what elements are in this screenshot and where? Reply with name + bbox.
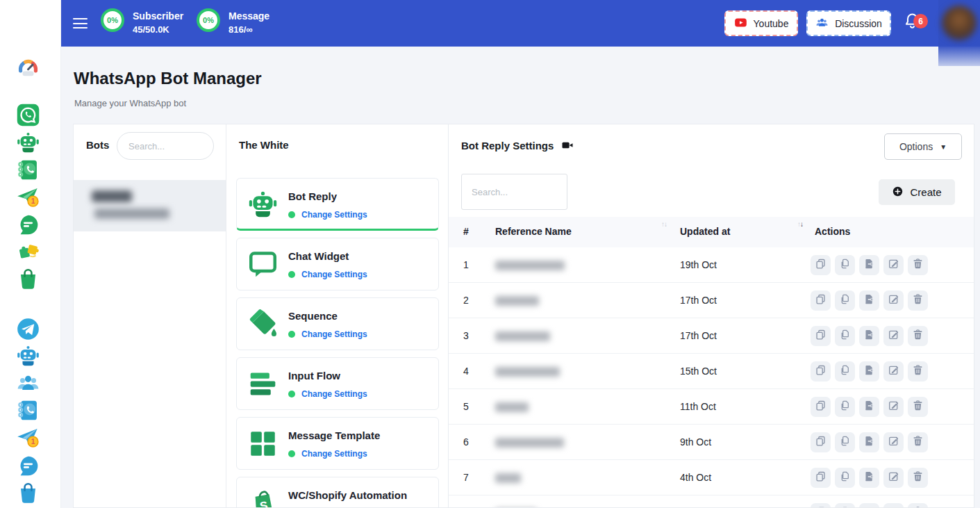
export-button[interactable]	[859, 503, 879, 508]
duplicate-button[interactable]	[835, 290, 855, 311]
table-header: # Reference Name ↑↓ Updated at ↑↓ Action…	[449, 217, 974, 247]
delete-button[interactable]	[908, 361, 928, 382]
change-settings-link[interactable]: Change Settings	[301, 449, 367, 459]
sidebar-item-whatsapp[interactable]	[16, 103, 40, 127]
delete-button[interactable]	[908, 326, 928, 346]
video-camera-icon[interactable]	[560, 139, 574, 151]
change-settings-link[interactable]: Change Settings	[301, 389, 367, 399]
duplicate-button[interactable]	[835, 361, 855, 382]
edit-button[interactable]	[883, 290, 904, 311]
row-actions	[811, 503, 928, 508]
settings-card-input-flow[interactable]: Input FlowChange Settings	[236, 357, 439, 410]
row-number: 7	[463, 472, 469, 483]
sidebar-item-telegram[interactable]	[16, 317, 40, 341]
copy-button[interactable]	[811, 468, 831, 488]
subscriber-label: Subscriber	[133, 10, 183, 22]
copy-button[interactable]	[811, 326, 831, 346]
delete-button[interactable]	[908, 290, 928, 311]
robot-icon	[247, 189, 279, 220]
duplicate-button[interactable]	[835, 326, 855, 346]
edit-button[interactable]	[883, 432, 904, 452]
change-settings-link[interactable]: Change Settings	[301, 329, 367, 339]
delete-button[interactable]	[908, 255, 928, 275]
sidebar-item-whatsapp-broadcast[interactable]: 1	[16, 185, 40, 209]
duplicate-button[interactable]	[835, 468, 855, 488]
duplicate-button[interactable]	[835, 432, 855, 452]
status-dot	[288, 271, 295, 278]
options-button[interactable]: Options▼	[884, 133, 962, 160]
sidebar-item-telegram-group[interactable]	[16, 371, 40, 395]
sidebar-item-telegram-contacts[interactable]	[16, 398, 40, 423]
settings-card-message-template[interactable]: Message TemplateChange Settings	[236, 417, 439, 470]
avatar-dropdown-area	[938, 0, 980, 66]
create-button[interactable]: Create	[879, 179, 955, 205]
copy-button[interactable]	[811, 255, 831, 275]
sidebar-item-whatsapp-contacts[interactable]	[16, 158, 40, 182]
copy-button[interactable]	[811, 290, 831, 311]
sidebar-item-telegram-store[interactable]	[16, 481, 40, 505]
export-button[interactable]	[859, 432, 879, 452]
settings-card-chat-widget[interactable]: Chat WidgetChange Settings	[236, 238, 439, 290]
column-updated-at[interactable]: Updated at	[680, 226, 730, 237]
delete-button[interactable]	[908, 432, 928, 452]
row-actions	[811, 432, 928, 452]
delete-icon	[912, 364, 924, 379]
bot-phone-redacted	[94, 208, 169, 219]
card-title: Bot Reply	[288, 190, 337, 202]
card-title: WC/Shopify Automation	[288, 489, 407, 501]
user-avatar[interactable]	[942, 6, 977, 40]
settings-card-bot-reply[interactable]: Bot ReplyChange Settings	[236, 178, 439, 231]
duplicate-button[interactable]	[835, 397, 855, 417]
change-settings-link[interactable]: Change Settings	[301, 270, 367, 279]
export-button[interactable]	[859, 468, 879, 488]
edit-button[interactable]	[883, 255, 904, 275]
export-icon	[863, 435, 875, 450]
table-row: 74th Oct	[449, 460, 974, 495]
copy-button[interactable]	[811, 397, 831, 417]
delete-icon	[912, 470, 924, 485]
delete-button[interactable]	[908, 503, 928, 508]
edit-button[interactable]	[883, 468, 904, 488]
sidebar-item-telegram-chat[interactable]	[16, 454, 40, 478]
duplicate-button[interactable]	[835, 503, 855, 508]
sidebar-item-integrations[interactable]	[16, 240, 40, 264]
bot-list-item[interactable]	[74, 180, 226, 231]
column-reference-name[interactable]: Reference Name	[495, 226, 572, 237]
edit-button[interactable]	[883, 397, 904, 417]
svg-text:1: 1	[31, 438, 35, 445]
change-settings-link[interactable]: Change Settings	[301, 210, 367, 220]
copy-button[interactable]	[811, 503, 831, 508]
edit-button[interactable]	[883, 361, 904, 382]
settings-card-wc-shopify-automation[interactable]: SWC/Shopify AutomationChange Settings	[236, 477, 439, 508]
sidebar-item-whatsapp-store[interactable]	[16, 267, 40, 291]
youtube-button[interactable]: Youtube	[724, 10, 798, 36]
copy-button[interactable]	[811, 432, 831, 452]
edit-button[interactable]	[883, 503, 904, 508]
settings-card-sequence[interactable]: SequenceChange Settings	[236, 297, 439, 350]
delete-button[interactable]	[908, 468, 928, 488]
bots-search-input[interactable]	[117, 132, 214, 160]
edit-button[interactable]	[883, 326, 904, 346]
delete-button[interactable]	[908, 397, 928, 417]
hamburger-icon[interactable]	[73, 18, 88, 32]
sidebar-item-whatsapp-bot[interactable]	[16, 131, 40, 155]
export-button[interactable]	[859, 290, 879, 311]
sort-icon-reference-name[interactable]: ↑↓	[661, 220, 667, 228]
copy-button[interactable]	[811, 361, 831, 382]
table-search-input[interactable]	[461, 174, 567, 210]
export-button[interactable]	[859, 255, 879, 275]
sidebar-item-whatsapp-chat[interactable]	[16, 213, 40, 237]
bell-icon[interactable]: 6	[903, 12, 924, 33]
sort-icon-updated-at[interactable]: ↑↓	[797, 220, 803, 228]
duplicate-button[interactable]	[835, 255, 855, 275]
sidebar-item-telegram-broadcast[interactable]: 1	[16, 425, 40, 450]
sidebar-item-dashboard[interactable]	[16, 56, 40, 80]
discussion-button[interactable]: Discussion	[806, 10, 891, 36]
copy-icon	[815, 400, 827, 414]
sidebar-item-telegram-bot[interactable]	[16, 344, 40, 368]
export-button[interactable]	[859, 397, 879, 417]
export-button[interactable]	[859, 326, 879, 346]
duplicate-icon	[839, 258, 851, 272]
edit-icon	[888, 329, 899, 343]
export-button[interactable]	[859, 361, 879, 382]
